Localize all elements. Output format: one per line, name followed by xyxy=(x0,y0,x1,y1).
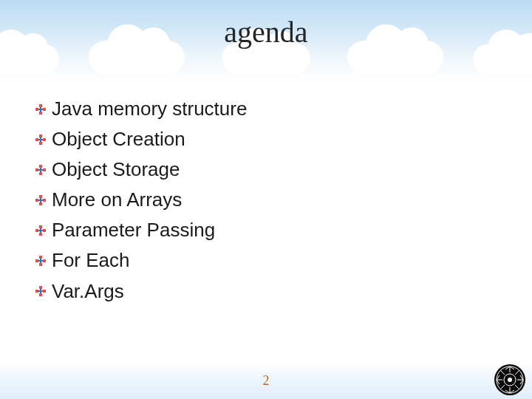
svg-rect-23 xyxy=(43,199,46,202)
bullet-icon xyxy=(35,256,46,266)
svg-rect-17 xyxy=(43,168,46,171)
list-item-label: Parameter Passing xyxy=(52,217,215,243)
svg-rect-29 xyxy=(43,229,46,232)
svg-rect-39 xyxy=(39,293,42,296)
svg-rect-3 xyxy=(39,112,42,115)
list-item-label: Object Storage xyxy=(52,157,180,183)
svg-rect-33 xyxy=(39,263,42,266)
svg-rect-14 xyxy=(39,165,42,168)
svg-rect-4 xyxy=(35,108,38,111)
svg-rect-40 xyxy=(35,290,38,293)
bullet-icon xyxy=(35,225,46,236)
svg-rect-32 xyxy=(39,256,42,259)
svg-point-61 xyxy=(508,378,512,382)
svg-rect-8 xyxy=(39,134,42,137)
list-item: Object Storage xyxy=(35,157,502,183)
list-item-label: For Each xyxy=(52,248,130,273)
list-item-label: More on Arrays xyxy=(52,187,182,213)
svg-rect-41 xyxy=(43,290,46,293)
svg-rect-15 xyxy=(39,172,42,175)
svg-rect-26 xyxy=(39,225,42,228)
svg-rect-2 xyxy=(39,104,42,107)
svg-rect-38 xyxy=(39,286,42,289)
footer-bar: 2 xyxy=(0,362,532,399)
bullet-icon xyxy=(35,165,46,175)
svg-rect-27 xyxy=(39,233,42,236)
list-item: Object Creation xyxy=(35,126,502,152)
svg-rect-16 xyxy=(35,168,38,171)
svg-rect-35 xyxy=(43,259,46,262)
svg-rect-34 xyxy=(35,259,38,262)
page-number: 2 xyxy=(0,373,532,389)
bullet-icon xyxy=(35,286,46,296)
slide-title: agenda xyxy=(0,15,532,50)
institution-logo xyxy=(494,364,526,396)
list-item-label: Var.Args xyxy=(52,279,124,304)
list-item-label: Object Creation xyxy=(52,126,185,152)
bullet-icon xyxy=(35,104,46,115)
svg-rect-11 xyxy=(43,138,46,141)
svg-rect-20 xyxy=(39,195,42,198)
list-item: Var.Args xyxy=(35,279,502,304)
svg-rect-9 xyxy=(39,142,42,145)
list-item-label: Java memory structure xyxy=(52,96,247,122)
list-item: More on Arrays xyxy=(35,187,502,213)
svg-rect-10 xyxy=(35,138,38,141)
svg-rect-21 xyxy=(39,202,42,205)
svg-rect-28 xyxy=(35,229,38,232)
list-item: For Each xyxy=(35,248,502,273)
bullet-icon xyxy=(35,195,46,205)
list-item: Java memory structure xyxy=(35,96,502,122)
svg-rect-5 xyxy=(43,108,46,111)
svg-rect-22 xyxy=(35,199,38,202)
list-item: Parameter Passing xyxy=(35,217,502,243)
bullet-icon xyxy=(35,134,46,145)
bullet-list: Java memory structure Object Creation Ob… xyxy=(35,96,502,309)
